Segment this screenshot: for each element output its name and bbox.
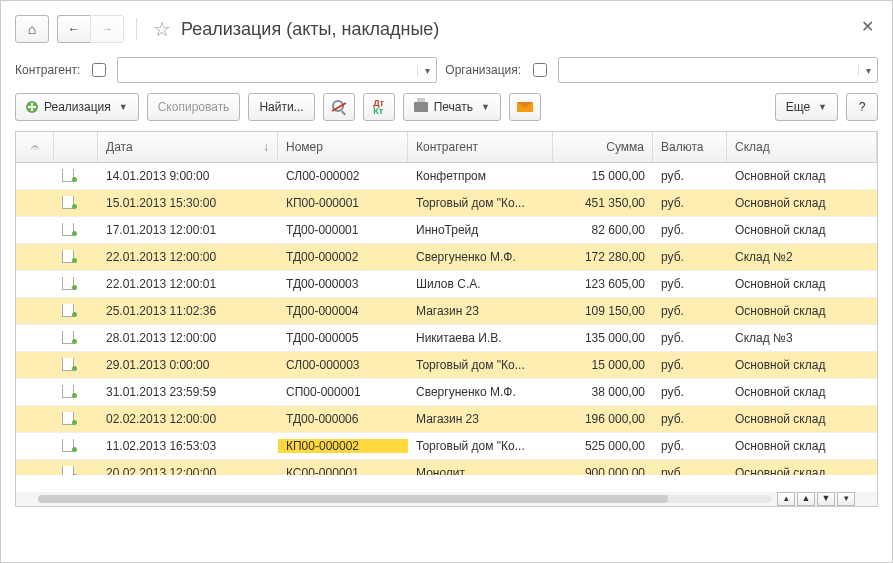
- cell-sum: 900 000,00: [553, 466, 653, 475]
- table-row[interactable]: 22.01.2013 12:00:00ТД00-000002Свергуненк…: [16, 244, 877, 271]
- counterparty-input[interactable]: [118, 59, 417, 81]
- table-body[interactable]: 14.01.2013 9:00:00СЛ00-000002Конфетпром1…: [16, 163, 877, 475]
- find-button[interactable]: Найти...: [248, 93, 314, 121]
- cell-counterparty: Свергуненко М.Ф.: [408, 250, 553, 264]
- document-posted-icon: [62, 223, 76, 235]
- paperclip-icon: 𝄐: [31, 139, 39, 156]
- cell-date: 02.02.2013 12:00:00: [98, 412, 278, 426]
- cell-date: 17.01.2013 12:00:01: [98, 223, 278, 237]
- filter-bar: Контрагент: ▾ Организация: ▾: [15, 57, 878, 83]
- copy-label: Скопировать: [158, 100, 230, 114]
- cell-counterparty: ИнноТрейд: [408, 223, 553, 237]
- table-row[interactable]: 17.01.2013 12:00:01ТД00-000001ИнноТрейд8…: [16, 217, 877, 244]
- data-table: 𝄐 Дата Номер Контрагент Сумма Валюта Скл…: [15, 131, 878, 507]
- cell-currency: руб.: [653, 277, 727, 291]
- help-button[interactable]: ?: [846, 93, 878, 121]
- col-sum[interactable]: Сумма: [553, 132, 653, 162]
- organization-combo[interactable]: ▾: [558, 57, 878, 83]
- cell-sum: 15 000,00: [553, 358, 653, 372]
- table-row[interactable]: 31.01.2013 23:59:59СП00-000001Свергуненк…: [16, 379, 877, 406]
- cell-currency: руб.: [653, 304, 727, 318]
- home-button[interactable]: ⌂: [15, 15, 49, 43]
- scroll-track[interactable]: [38, 495, 771, 503]
- chevron-down-icon[interactable]: ▾: [417, 65, 436, 76]
- first-row-button[interactable]: ▴: [777, 492, 795, 506]
- table-row[interactable]: 02.02.2013 12:00:00ТД00-000006Магазин 23…: [16, 406, 877, 433]
- cell-sum: 525 000,00: [553, 439, 653, 453]
- cell-sum: 123 605,00: [553, 277, 653, 291]
- col-attachment[interactable]: 𝄐: [16, 132, 54, 162]
- favorite-icon[interactable]: ☆: [153, 17, 171, 41]
- horizontal-scrollbar[interactable]: ▴ ▲ ▼ ▾: [16, 492, 877, 506]
- table-row[interactable]: 14.01.2013 9:00:00СЛ00-000002Конфетпром1…: [16, 163, 877, 190]
- plus-icon: [26, 101, 38, 113]
- last-row-button[interactable]: ▾: [837, 492, 855, 506]
- table-row[interactable]: 28.01.2013 12:00:00ТД00-000005Никитаева …: [16, 325, 877, 352]
- table-row[interactable]: 20.02.2013 12:00:00КС00-000001Монолит900…: [16, 460, 877, 475]
- cell-number: ТД00-000005: [278, 331, 408, 345]
- col-status[interactable]: [54, 132, 98, 162]
- cell-sum: 451 350,00: [553, 196, 653, 210]
- table-row[interactable]: 22.01.2013 12:00:01ТД00-000003Шилов С.А.…: [16, 271, 877, 298]
- cell-counterparty: Торговый дом "Ко...: [408, 439, 553, 453]
- organization-checkbox[interactable]: [533, 63, 547, 77]
- cell-sum: 196 000,00: [553, 412, 653, 426]
- prev-row-button[interactable]: ▲: [797, 492, 815, 506]
- cell-currency: руб.: [653, 385, 727, 399]
- cell-number: ТД00-000004: [278, 304, 408, 318]
- nav-buttons: ⌂: [15, 15, 49, 43]
- cell-warehouse: Основной склад: [727, 412, 877, 426]
- next-row-button[interactable]: ▼: [817, 492, 835, 506]
- counterparty-checkbox[interactable]: [92, 63, 106, 77]
- cell-warehouse: Склад №3: [727, 331, 877, 345]
- cell-warehouse: Основной склад: [727, 358, 877, 372]
- chevron-down-icon: ▼: [481, 102, 490, 112]
- col-currency[interactable]: Валюта: [653, 132, 727, 162]
- cell-status: [54, 304, 98, 319]
- cell-currency: руб.: [653, 331, 727, 345]
- organization-input[interactable]: [559, 59, 858, 81]
- table-row[interactable]: 15.01.2013 15:30:00КП00-000001Торговый д…: [16, 190, 877, 217]
- cell-sum: 38 000,00: [553, 385, 653, 399]
- cell-counterparty: Магазин 23: [408, 304, 553, 318]
- close-button[interactable]: ✕: [861, 17, 874, 36]
- mail-button[interactable]: [509, 93, 541, 121]
- cell-number: КП00-000002: [278, 439, 408, 453]
- col-date[interactable]: Дата: [98, 132, 278, 162]
- copy-button: Скопировать: [147, 93, 241, 121]
- col-counterparty[interactable]: Контрагент: [408, 132, 553, 162]
- cell-warehouse: Основной склад: [727, 277, 877, 291]
- cell-date: 22.01.2013 12:00:01: [98, 277, 278, 291]
- cell-number: ТД00-000006: [278, 412, 408, 426]
- table-row[interactable]: 11.02.2013 16:53:03КП00-000002Торговый д…: [16, 433, 877, 460]
- print-button[interactable]: Печать ▼: [403, 93, 501, 121]
- cell-status: [54, 196, 98, 211]
- cell-status: [54, 223, 98, 238]
- cell-date: 14.01.2013 9:00:00: [98, 169, 278, 183]
- table-row[interactable]: 29.01.2013 0:00:00СЛ00-000003Торговый до…: [16, 352, 877, 379]
- cell-warehouse: Основной склад: [727, 304, 877, 318]
- create-button[interactable]: Реализация ▼: [15, 93, 139, 121]
- table-row[interactable]: 25.01.2013 11:02:36ТД00-000004Магазин 23…: [16, 298, 877, 325]
- cell-warehouse: Основной склад: [727, 223, 877, 237]
- cell-status: [54, 277, 98, 292]
- col-number[interactable]: Номер: [278, 132, 408, 162]
- more-button[interactable]: Еще ▼: [775, 93, 838, 121]
- dtkt-button[interactable]: ДтКт: [363, 93, 395, 121]
- back-button[interactable]: ←: [57, 15, 90, 43]
- chevron-down-icon: ▼: [119, 102, 128, 112]
- dtkt-icon: ДтКт: [373, 99, 384, 115]
- cell-date: 28.01.2013 12:00:00: [98, 331, 278, 345]
- cell-status: [54, 331, 98, 346]
- cell-date: 25.01.2013 11:02:36: [98, 304, 278, 318]
- mail-icon: [517, 102, 533, 112]
- chevron-down-icon[interactable]: ▾: [858, 65, 877, 76]
- col-warehouse[interactable]: Склад: [727, 132, 877, 162]
- cell-sum: 172 280,00: [553, 250, 653, 264]
- cell-warehouse: Основной склад: [727, 439, 877, 453]
- cell-number: КП00-000001: [278, 196, 408, 210]
- document-posted-icon: [62, 250, 76, 262]
- counterparty-combo[interactable]: ▾: [117, 57, 437, 83]
- scroll-thumb[interactable]: [38, 495, 668, 503]
- clear-search-button[interactable]: [323, 93, 355, 121]
